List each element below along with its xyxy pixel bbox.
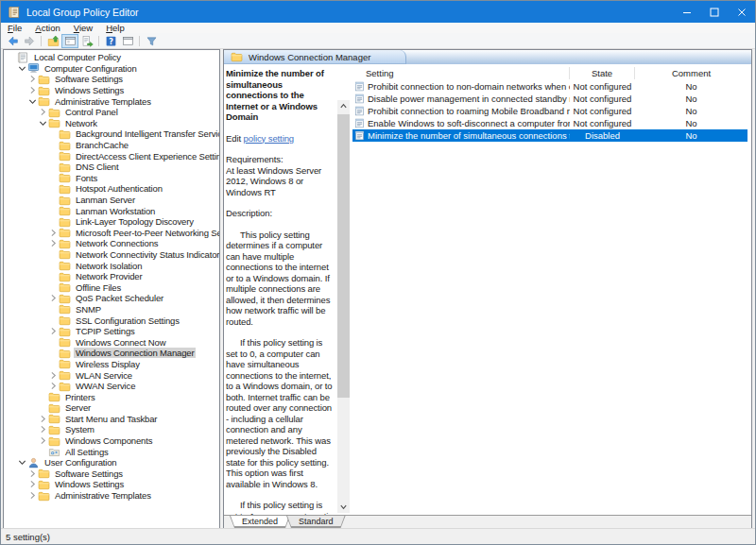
close-button[interactable] xyxy=(728,1,755,23)
chevron-collapsed-icon[interactable] xyxy=(38,436,47,446)
tree-item[interactable]: Local Computer Policy xyxy=(4,52,219,63)
column-header-comment[interactable]: Comment xyxy=(635,67,747,79)
tree-item-label[interactable]: Local Computer Policy xyxy=(32,52,123,62)
tree-item[interactable]: Windows Settings xyxy=(4,479,219,490)
list-row[interactable]: Prohibit connection to non-domain networ… xyxy=(352,80,747,93)
tree-item-label[interactable]: Offline Files xyxy=(74,282,123,293)
maximize-button[interactable] xyxy=(700,1,728,23)
tree-item-label[interactable]: WLAN Service xyxy=(74,370,134,381)
tree-item-label[interactable]: User Configuration xyxy=(43,457,119,468)
scroll-down-icon[interactable] xyxy=(337,501,350,513)
tree-item[interactable]: Windows Connect Now xyxy=(4,336,219,348)
tree-item[interactable]: QoS Packet Scheduler xyxy=(4,293,219,304)
tree-item[interactable]: Wireless Display xyxy=(4,359,219,370)
tree-item-label[interactable]: Wireless Display xyxy=(74,359,142,369)
tree-item[interactable]: Network Connectivity Status Indicator xyxy=(4,249,219,261)
chevron-collapsed-icon[interactable] xyxy=(38,414,47,423)
tree-item[interactable]: Fonts xyxy=(4,173,219,184)
tree-item-label[interactable]: Network Provider xyxy=(74,271,144,281)
tree-item[interactable]: Administrative Templates xyxy=(4,490,219,502)
show-console-tree-button[interactable] xyxy=(61,34,78,48)
tree-item[interactable]: Microsoft Peer-to-Peer Networking Servic… xyxy=(4,228,219,239)
back-button[interactable] xyxy=(4,34,21,48)
chevron-collapsed-icon[interactable] xyxy=(27,468,37,478)
list-row[interactable]: Enable Windows to soft-disconnect a comp… xyxy=(352,117,747,129)
tree-item[interactable]: Network Provider xyxy=(4,271,219,282)
console-tree-pane[interactable]: Local Computer PolicyComputer Configurat… xyxy=(3,49,220,529)
tree-item-label[interactable]: Windows Components xyxy=(63,435,154,446)
column-header-state[interactable]: State xyxy=(570,67,635,79)
tree-item-label[interactable]: System xyxy=(63,424,96,434)
tree-item[interactable]: Server xyxy=(4,402,219,414)
chevron-collapsed-icon[interactable] xyxy=(27,75,37,84)
tree-item-label[interactable]: Windows Connect Now xyxy=(74,337,167,348)
list-row[interactable]: Disable power management in connected st… xyxy=(352,93,747,105)
tree-item-label[interactable]: Network Isolation xyxy=(74,261,144,271)
tree-item[interactable]: Network Isolation xyxy=(4,260,219,271)
tree-item[interactable]: System xyxy=(4,424,219,435)
tree-item[interactable]: Network Connections xyxy=(4,238,219,249)
chevron-expanded-icon[interactable] xyxy=(38,118,47,128)
scroll-up-icon[interactable] xyxy=(337,100,350,112)
tree-item-label[interactable]: Fonts xyxy=(74,173,99,183)
help-button[interactable]: ? xyxy=(102,34,119,48)
menu-view[interactable]: View xyxy=(67,23,99,33)
tree-item[interactable]: Lanman Workstation xyxy=(4,205,219,216)
tree-item[interactable]: Offline Files xyxy=(4,281,219,293)
tree-item[interactable]: Windows Components xyxy=(4,435,219,447)
tree-item[interactable]: Start Menu and Taskbar xyxy=(4,414,219,425)
tree-item-label[interactable]: DNS Client xyxy=(74,162,121,172)
tree-item-label[interactable]: Network Connectivity Status Indicator xyxy=(74,249,220,260)
titlebar[interactable]: Local Group Policy Editor xyxy=(1,1,755,23)
tree-item[interactable]: All Settings xyxy=(4,446,219,457)
tree-item-label[interactable]: Software Settings xyxy=(53,468,125,479)
chevron-collapsed-icon[interactable] xyxy=(27,86,37,95)
tree-item-label[interactable]: BranchCache xyxy=(74,140,130,150)
tree-item-label[interactable]: Windows Settings xyxy=(53,479,126,489)
chevron-collapsed-icon[interactable] xyxy=(48,239,58,248)
menu-action[interactable]: Action xyxy=(28,23,66,33)
list-row[interactable]: Prohibit connection to roaming Mobile Br… xyxy=(352,105,747,117)
edit-policy-setting-link[interactable]: policy setting xyxy=(244,133,295,144)
tree-item-label[interactable]: Network xyxy=(63,118,99,128)
tree-item[interactable]: Link-Layer Topology Discovery xyxy=(4,216,219,228)
tree-item[interactable]: SNMP xyxy=(4,304,219,315)
up-one-level-button[interactable] xyxy=(44,34,61,48)
chevron-expanded-icon[interactable] xyxy=(17,63,26,73)
chevron-collapsed-icon[interactable] xyxy=(38,108,47,117)
tree-item-label[interactable]: DirectAccess Client Experience Settings xyxy=(74,151,220,162)
tree-item-label[interactable]: Computer Configuration xyxy=(43,63,139,74)
tree-item[interactable]: WLAN Service xyxy=(4,369,219,381)
tree-item-label[interactable]: Software Settings xyxy=(53,74,125,84)
tree-item-label[interactable]: Server xyxy=(63,402,93,413)
tree-item-label[interactable]: Printers xyxy=(63,392,97,402)
tree-item[interactable]: Hotspot Authentication xyxy=(4,183,219,195)
chevron-expanded-icon[interactable] xyxy=(17,458,26,468)
tree-item-label[interactable]: Windows Connection Manager xyxy=(74,348,196,358)
tree-item-label[interactable]: Windows Settings xyxy=(53,85,126,95)
chevron-collapsed-icon[interactable] xyxy=(48,327,58,336)
tree-item[interactable]: Control Panel xyxy=(4,107,219,118)
tree-item[interactable]: SSL Configuration Settings xyxy=(4,315,219,326)
column-header-setting[interactable]: Setting xyxy=(352,67,570,79)
tab-extended[interactable]: Extended xyxy=(230,516,290,528)
chevron-expanded-icon[interactable] xyxy=(27,96,37,106)
tree-item-label[interactable]: Network Connections xyxy=(74,238,160,248)
minimize-button[interactable] xyxy=(673,1,700,23)
tree-item[interactable]: Software Settings xyxy=(4,468,219,480)
tree-item[interactable]: Printers xyxy=(4,391,219,402)
tree-item-label[interactable]: TCPIP Settings xyxy=(74,326,137,336)
tree-item-label[interactable]: Administrative Templates xyxy=(53,96,153,107)
tree-item-label[interactable]: SNMP xyxy=(74,304,103,315)
chevron-collapsed-icon[interactable] xyxy=(27,491,37,501)
scrollbar-thumb[interactable] xyxy=(337,114,350,398)
chevron-collapsed-icon[interactable] xyxy=(38,425,47,434)
tree-item-label[interactable]: Background Intelligent Transfer Service … xyxy=(74,128,220,139)
tree-item[interactable]: BranchCache xyxy=(4,140,219,151)
tree-item[interactable]: Network xyxy=(4,118,219,129)
menu-file[interactable]: File xyxy=(1,23,28,33)
tree-item-label[interactable]: QoS Packet Scheduler xyxy=(74,293,165,303)
tree-item-label[interactable]: Control Panel xyxy=(63,107,120,117)
tree-item[interactable]: Computer Configuration xyxy=(4,63,219,75)
chevron-collapsed-icon[interactable] xyxy=(48,294,58,303)
